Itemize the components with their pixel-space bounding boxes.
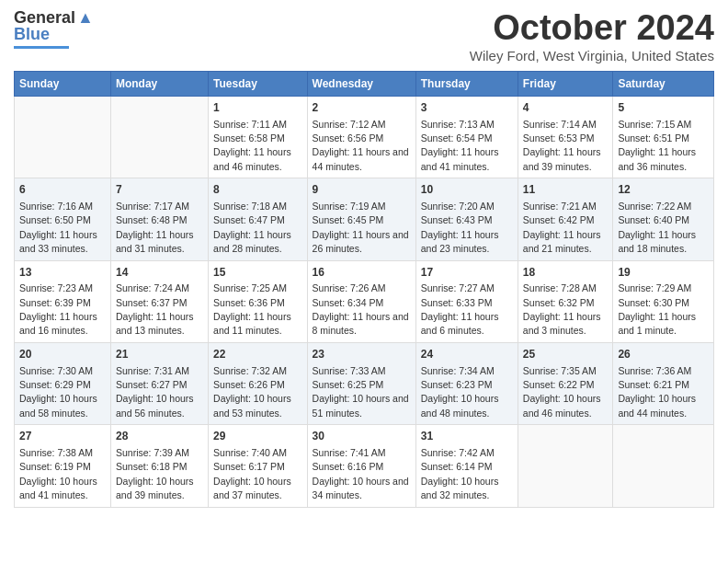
day-number: 25 bbox=[523, 347, 609, 362]
day-number: 26 bbox=[618, 347, 709, 362]
calendar-table: Sunday Monday Tuesday Wednesday Thursday… bbox=[14, 71, 714, 508]
day-cell: 21Sunrise: 7:31 AM Sunset: 6:27 PM Dayli… bbox=[110, 342, 208, 424]
day-cell: 12Sunrise: 7:22 AM Sunset: 6:40 PM Dayli… bbox=[613, 178, 714, 260]
day-number: 8 bbox=[213, 182, 302, 198]
day-cell bbox=[613, 425, 714, 507]
day-cell bbox=[518, 425, 613, 507]
day-info: Sunrise: 7:16 AM Sunset: 6:50 PM Dayligh… bbox=[19, 201, 97, 254]
day-number: 6 bbox=[19, 182, 106, 198]
day-cell: 28Sunrise: 7:39 AM Sunset: 6:18 PM Dayli… bbox=[110, 425, 208, 507]
day-number: 15 bbox=[213, 265, 302, 281]
day-info: Sunrise: 7:32 AM Sunset: 6:26 PM Dayligh… bbox=[213, 365, 291, 419]
day-cell: 2Sunrise: 7:12 AM Sunset: 6:56 PM Daylig… bbox=[307, 96, 415, 178]
day-info: Sunrise: 7:13 AM Sunset: 6:54 PM Dayligh… bbox=[421, 119, 499, 172]
week-row-5: 27Sunrise: 7:38 AM Sunset: 6:19 PM Dayli… bbox=[15, 425, 714, 507]
day-number: 22 bbox=[213, 347, 302, 362]
day-info: Sunrise: 7:41 AM Sunset: 6:16 PM Dayligh… bbox=[313, 447, 409, 500]
col-monday: Monday bbox=[110, 71, 208, 96]
page-container: General▲ Blue October 2024 Wiley Ford, W… bbox=[0, 0, 728, 517]
day-cell: 3Sunrise: 7:13 AM Sunset: 6:54 PM Daylig… bbox=[415, 96, 518, 178]
logo-text2: Blue bbox=[14, 26, 50, 44]
day-info: Sunrise: 7:20 AM Sunset: 6:43 PM Dayligh… bbox=[421, 201, 499, 254]
day-info: Sunrise: 7:36 AM Sunset: 6:21 PM Dayligh… bbox=[618, 365, 696, 419]
location: Wiley Ford, West Virginia, United States bbox=[470, 48, 714, 63]
day-cell: 19Sunrise: 7:29 AM Sunset: 6:30 PM Dayli… bbox=[613, 260, 714, 342]
day-info: Sunrise: 7:27 AM Sunset: 6:33 PM Dayligh… bbox=[421, 282, 499, 336]
day-number: 5 bbox=[618, 100, 709, 116]
day-info: Sunrise: 7:39 AM Sunset: 6:18 PM Dayligh… bbox=[116, 447, 194, 500]
day-info: Sunrise: 7:24 AM Sunset: 6:37 PM Dayligh… bbox=[116, 282, 194, 336]
day-cell: 15Sunrise: 7:25 AM Sunset: 6:36 PM Dayli… bbox=[209, 260, 308, 342]
logo: General▲ Blue bbox=[14, 9, 94, 49]
month-title: October 2024 bbox=[470, 9, 714, 48]
day-info: Sunrise: 7:23 AM Sunset: 6:39 PM Dayligh… bbox=[19, 282, 97, 336]
day-number: 20 bbox=[19, 347, 106, 362]
logo-line bbox=[14, 46, 69, 49]
day-info: Sunrise: 7:34 AM Sunset: 6:23 PM Dayligh… bbox=[421, 365, 499, 419]
day-cell: 14Sunrise: 7:24 AM Sunset: 6:37 PM Dayli… bbox=[110, 260, 208, 342]
col-wednesday: Wednesday bbox=[307, 71, 415, 96]
day-number: 31 bbox=[421, 429, 513, 444]
day-number: 30 bbox=[313, 429, 411, 444]
day-cell: 20Sunrise: 7:30 AM Sunset: 6:29 PM Dayli… bbox=[15, 342, 111, 424]
day-number: 16 bbox=[313, 265, 411, 281]
header: General▲ Blue October 2024 Wiley Ford, W… bbox=[14, 9, 714, 63]
day-cell: 22Sunrise: 7:32 AM Sunset: 6:26 PM Dayli… bbox=[209, 342, 308, 424]
day-cell bbox=[15, 96, 111, 178]
day-info: Sunrise: 7:40 AM Sunset: 6:17 PM Dayligh… bbox=[213, 447, 291, 500]
day-cell: 16Sunrise: 7:26 AM Sunset: 6:34 PM Dayli… bbox=[307, 260, 415, 342]
day-cell: 18Sunrise: 7:28 AM Sunset: 6:32 PM Dayli… bbox=[518, 260, 613, 342]
day-cell bbox=[110, 96, 208, 178]
day-cell: 9Sunrise: 7:19 AM Sunset: 6:45 PM Daylig… bbox=[307, 178, 415, 260]
day-cell: 5Sunrise: 7:15 AM Sunset: 6:51 PM Daylig… bbox=[613, 96, 714, 178]
day-cell: 1Sunrise: 7:11 AM Sunset: 6:58 PM Daylig… bbox=[209, 96, 308, 178]
day-cell: 10Sunrise: 7:20 AM Sunset: 6:43 PM Dayli… bbox=[415, 178, 518, 260]
title-area: October 2024 Wiley Ford, West Virginia, … bbox=[470, 9, 714, 63]
day-cell: 24Sunrise: 7:34 AM Sunset: 6:23 PM Dayli… bbox=[415, 342, 518, 424]
day-info: Sunrise: 7:22 AM Sunset: 6:40 PM Dayligh… bbox=[618, 201, 696, 254]
day-info: Sunrise: 7:19 AM Sunset: 6:45 PM Dayligh… bbox=[313, 201, 409, 254]
day-number: 21 bbox=[116, 347, 203, 362]
day-number: 13 bbox=[19, 265, 106, 281]
day-cell: 7Sunrise: 7:17 AM Sunset: 6:48 PM Daylig… bbox=[110, 178, 208, 260]
day-number: 1 bbox=[213, 100, 302, 116]
day-number: 29 bbox=[213, 429, 302, 444]
day-number: 27 bbox=[19, 429, 106, 444]
day-number: 3 bbox=[421, 100, 513, 116]
day-info: Sunrise: 7:17 AM Sunset: 6:48 PM Dayligh… bbox=[116, 201, 194, 254]
day-number: 7 bbox=[116, 182, 203, 198]
week-row-1: 1Sunrise: 7:11 AM Sunset: 6:58 PM Daylig… bbox=[15, 96, 714, 178]
day-number: 24 bbox=[421, 347, 513, 362]
day-info: Sunrise: 7:25 AM Sunset: 6:36 PM Dayligh… bbox=[213, 282, 291, 336]
col-sunday: Sunday bbox=[15, 71, 111, 96]
day-cell: 25Sunrise: 7:35 AM Sunset: 6:22 PM Dayli… bbox=[518, 342, 613, 424]
day-info: Sunrise: 7:21 AM Sunset: 6:42 PM Dayligh… bbox=[523, 201, 601, 254]
day-info: Sunrise: 7:29 AM Sunset: 6:30 PM Dayligh… bbox=[618, 282, 696, 336]
day-info: Sunrise: 7:14 AM Sunset: 6:53 PM Dayligh… bbox=[523, 119, 601, 172]
day-cell: 30Sunrise: 7:41 AM Sunset: 6:16 PM Dayli… bbox=[307, 425, 415, 507]
day-info: Sunrise: 7:31 AM Sunset: 6:27 PM Dayligh… bbox=[116, 365, 194, 419]
day-info: Sunrise: 7:38 AM Sunset: 6:19 PM Dayligh… bbox=[19, 447, 97, 500]
col-thursday: Thursday bbox=[415, 71, 518, 96]
day-number: 14 bbox=[116, 265, 203, 281]
day-number: 19 bbox=[618, 265, 709, 281]
day-cell: 13Sunrise: 7:23 AM Sunset: 6:39 PM Dayli… bbox=[15, 260, 111, 342]
day-cell: 8Sunrise: 7:18 AM Sunset: 6:47 PM Daylig… bbox=[209, 178, 308, 260]
day-info: Sunrise: 7:18 AM Sunset: 6:47 PM Dayligh… bbox=[213, 201, 291, 254]
day-info: Sunrise: 7:15 AM Sunset: 6:51 PM Dayligh… bbox=[618, 119, 696, 172]
day-cell: 23Sunrise: 7:33 AM Sunset: 6:25 PM Dayli… bbox=[307, 342, 415, 424]
day-number: 18 bbox=[523, 265, 609, 281]
week-row-3: 13Sunrise: 7:23 AM Sunset: 6:39 PM Dayli… bbox=[15, 260, 714, 342]
day-cell: 29Sunrise: 7:40 AM Sunset: 6:17 PM Dayli… bbox=[209, 425, 308, 507]
week-row-4: 20Sunrise: 7:30 AM Sunset: 6:29 PM Dayli… bbox=[15, 342, 714, 424]
col-tuesday: Tuesday bbox=[209, 71, 308, 96]
col-friday: Friday bbox=[518, 71, 613, 96]
day-cell: 26Sunrise: 7:36 AM Sunset: 6:21 PM Dayli… bbox=[613, 342, 714, 424]
day-number: 17 bbox=[421, 265, 513, 281]
day-cell: 31Sunrise: 7:42 AM Sunset: 6:14 PM Dayli… bbox=[415, 425, 518, 507]
day-number: 23 bbox=[313, 347, 411, 362]
day-info: Sunrise: 7:42 AM Sunset: 6:14 PM Dayligh… bbox=[421, 447, 499, 500]
day-info: Sunrise: 7:33 AM Sunset: 6:25 PM Dayligh… bbox=[313, 365, 409, 419]
day-number: 12 bbox=[618, 182, 709, 198]
day-cell: 17Sunrise: 7:27 AM Sunset: 6:33 PM Dayli… bbox=[415, 260, 518, 342]
